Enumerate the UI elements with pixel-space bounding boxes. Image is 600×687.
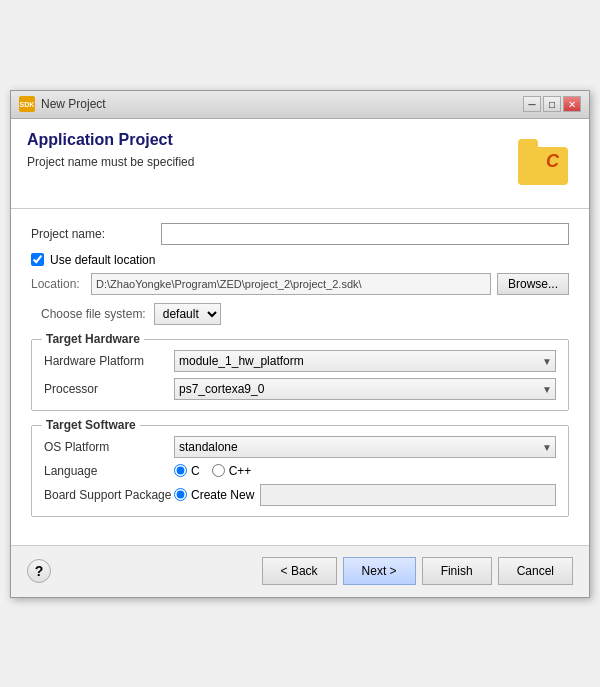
window-controls: ─ □ ✕ xyxy=(523,96,581,112)
finish-button[interactable]: Finish xyxy=(422,557,492,585)
location-label: Location: xyxy=(31,277,91,291)
next-button[interactable]: Next > xyxy=(343,557,416,585)
main-window: SDK New Project ─ □ ✕ Application Projec… xyxy=(10,90,590,598)
header-section: Application Project Project name must be… xyxy=(11,119,589,209)
language-radio-group: C C++ xyxy=(174,464,251,478)
language-c-radio[interactable] xyxy=(174,464,187,477)
restore-button[interactable]: □ xyxy=(543,96,561,112)
os-platform-select[interactable]: standalone linux xilkernel xyxy=(174,436,556,458)
processor-row: Processor ps7_cortexa9_0 ▼ xyxy=(44,378,556,400)
footer-buttons: < Back Next > Finish Cancel xyxy=(262,557,573,585)
back-button[interactable]: < Back xyxy=(262,557,337,585)
form-content: Project name: Use default location Locat… xyxy=(11,209,589,545)
minimize-button[interactable]: ─ xyxy=(523,96,541,112)
hw-platform-select[interactable]: module_1_hw_platform xyxy=(174,350,556,372)
project-name-input[interactable] xyxy=(161,223,569,245)
os-platform-dropdown-container: standalone linux xilkernel ▼ xyxy=(174,436,556,458)
footer-left: ? xyxy=(27,559,51,583)
help-button[interactable]: ? xyxy=(27,559,51,583)
filesystem-label: Choose file system: xyxy=(41,307,146,321)
language-c-label: C xyxy=(191,464,200,478)
use-default-location-label: Use default location xyxy=(50,253,155,267)
language-row: Language C C++ xyxy=(44,464,556,478)
hw-platform-dropdown-container: module_1_hw_platform ▼ xyxy=(174,350,556,372)
os-platform-label: OS Platform xyxy=(44,440,174,454)
project-name-label: Project name: xyxy=(31,227,161,241)
language-c-option[interactable]: C xyxy=(174,464,200,478)
project-name-row: Project name: xyxy=(31,223,569,245)
header-subtitle: Project name must be specified xyxy=(27,155,513,169)
bsp-create-new-radio[interactable] xyxy=(174,488,187,501)
bsp-row: Board Support Package Create New xyxy=(44,484,556,506)
bsp-label: Board Support Package xyxy=(44,488,174,502)
target-hardware-label: Target Hardware xyxy=(42,332,144,346)
processor-select[interactable]: ps7_cortexa9_0 xyxy=(174,378,556,400)
cancel-button[interactable]: Cancel xyxy=(498,557,573,585)
bsp-name-input[interactable] xyxy=(260,484,556,506)
close-button[interactable]: ✕ xyxy=(563,96,581,112)
header-title: Application Project xyxy=(27,131,513,149)
browse-button[interactable]: Browse... xyxy=(497,273,569,295)
use-default-location-row: Use default location xyxy=(31,253,569,267)
titlebar: SDK New Project ─ □ ✕ xyxy=(11,91,589,119)
footer: ? < Back Next > Finish Cancel xyxy=(11,545,589,597)
language-cpp-label: C++ xyxy=(229,464,252,478)
language-cpp-option[interactable]: C++ xyxy=(212,464,252,478)
bsp-options: Create New xyxy=(174,484,556,506)
header-text: Application Project Project name must be… xyxy=(27,131,513,169)
location-row: Location: Browse... xyxy=(31,273,569,295)
processor-label: Processor xyxy=(44,382,174,396)
target-software-label: Target Software xyxy=(42,418,140,432)
filesystem-select[interactable]: default EFS xyxy=(154,303,221,325)
os-platform-row: OS Platform standalone linux xilkernel ▼ xyxy=(44,436,556,458)
language-cpp-radio[interactable] xyxy=(212,464,225,477)
folder-icon xyxy=(518,147,568,185)
use-default-location-checkbox[interactable] xyxy=(31,253,44,266)
window-title: New Project xyxy=(41,97,106,111)
location-input[interactable] xyxy=(91,273,491,295)
filesystem-row: Choose file system: default EFS xyxy=(31,303,569,325)
bsp-create-new-option[interactable]: Create New xyxy=(174,488,254,502)
processor-dropdown-container: ps7_cortexa9_0 ▼ xyxy=(174,378,556,400)
hw-platform-label: Hardware Platform xyxy=(44,354,174,368)
bsp-create-new-label: Create New xyxy=(191,488,254,502)
header-icon-container xyxy=(513,131,573,191)
language-label: Language xyxy=(44,464,174,478)
titlebar-left: SDK New Project xyxy=(19,96,106,112)
hw-platform-row: Hardware Platform module_1_hw_platform ▼ xyxy=(44,350,556,372)
target-software-group: Target Software OS Platform standalone l… xyxy=(31,425,569,517)
app-icon: SDK xyxy=(19,96,35,112)
target-hardware-group: Target Hardware Hardware Platform module… xyxy=(31,339,569,411)
